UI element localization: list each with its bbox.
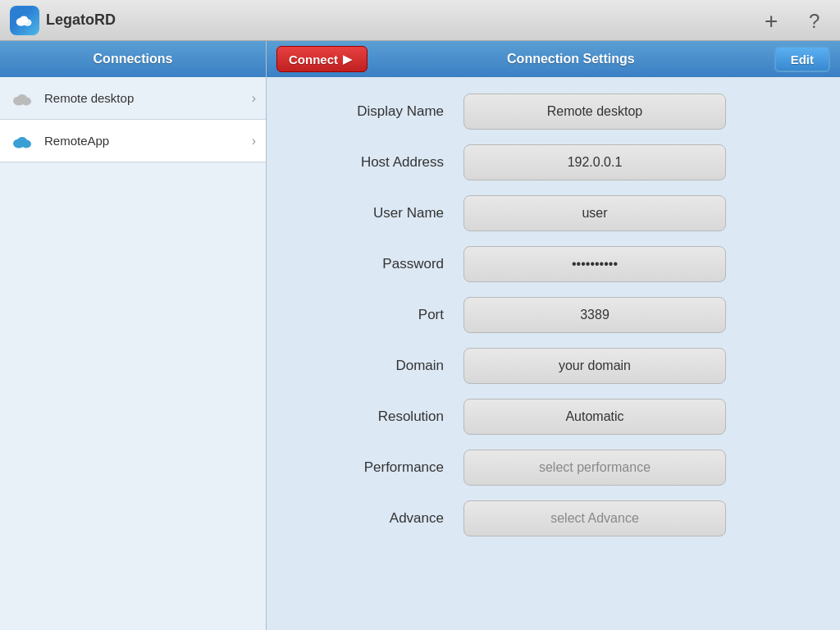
chevron-right-icon: › [252,91,256,106]
top-bar: LegatoRD + ? [0,0,840,41]
svg-point-13 [14,139,23,147]
sidebar-title: Connections [94,52,173,66]
content-header: Connect ▶ Connection Settings Edit [267,41,840,77]
cloud-blue-icon [10,131,36,151]
form-field-user-name[interactable]: user [463,195,726,231]
form-row-user-name: User Nameuser [299,195,807,231]
svg-point-3 [17,18,25,25]
help-button[interactable]: ? [801,6,830,35]
form-field-display-name[interactable]: Remote desktop [463,94,726,130]
form-label-user-name: User Name [299,205,463,221]
content-area: Connect ▶ Connection Settings Edit Displ… [267,41,840,630]
form-row-host-address: Host Address192.0.0.1 [299,144,807,180]
edit-button[interactable]: Edit [774,46,830,72]
form-field-port[interactable]: 3389 [463,297,726,333]
sidebar-header: Connections [0,41,266,77]
form-row-resolution: ResolutionAutomatic [299,399,807,435]
app-title: LegatoRD [46,11,758,29]
sidebar-item-remoteapp[interactable]: RemoteApp › [0,120,266,162]
form-label-port: Port [299,307,463,323]
connect-button[interactable]: Connect ▶ [276,46,368,72]
form-field-resolution[interactable]: Automatic [463,399,726,435]
cloud-gray-icon [10,89,36,108]
form-row-performance: Performanceselect performance [299,450,807,486]
svg-point-9 [14,97,23,104]
connect-label: Connect [289,52,338,66]
form-row-domain: Domainyour domain [299,348,807,384]
form-label-password: Password [299,256,463,272]
form-field-domain[interactable]: your domain [463,348,726,384]
form-row-display-name: Display NameRemote desktop [299,94,807,130]
connect-arrow-icon: ▶ [343,52,352,66]
app-logo [10,6,39,35]
form-label-performance: Performance [299,459,463,476]
form-field-advance[interactable]: select Advance [463,500,726,536]
form-label-display-name: Display Name [299,103,463,120]
content-title: Connection Settings [368,52,774,66]
svg-text:?: ? [809,10,819,32]
form-field-host-address[interactable]: 192.0.0.1 [463,144,726,180]
edit-label: Edit [791,52,814,66]
top-bar-actions: + ? [758,6,830,35]
sidebar-item-label-remoteapp: RemoteApp [44,134,252,148]
sidebar-list: Remote desktop › RemoteApp › [0,77,266,630]
sidebar: Connections Remote desktop › [0,41,267,630]
form-field-performance[interactable]: select performance [463,450,726,486]
chevron-right-icon-2: › [252,134,256,148]
form-row-port: Port3389 [299,297,807,333]
svg-text:+: + [765,9,778,32]
main: Connections Remote desktop › [0,41,840,630]
form-label-host-address: Host Address [299,154,463,171]
sidebar-item-label-remote-desktop: Remote desktop [44,91,252,105]
add-button[interactable]: + [758,6,788,35]
form-field-password[interactable]: •••••••••• [463,246,726,282]
form-area: Display NameRemote desktopHost Address19… [267,77,840,630]
form-row-password: Password•••••••••• [299,246,807,282]
form-label-advance: Advance [299,510,463,527]
form-label-domain: Domain [299,358,463,374]
form-label-resolution: Resolution [299,409,463,425]
sidebar-item-remote-desktop[interactable]: Remote desktop › [0,77,266,120]
form-row-advance: Advanceselect Advance [299,500,807,536]
